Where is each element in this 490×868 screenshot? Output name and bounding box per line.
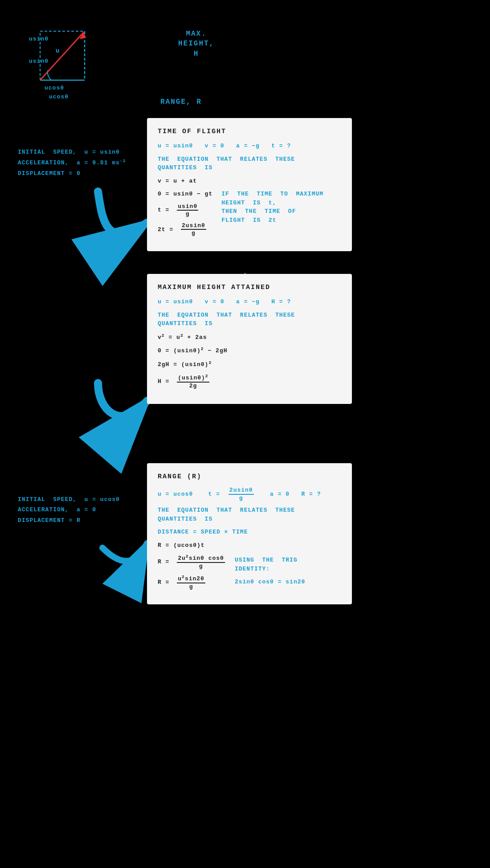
max-eq4-den: 2g [188, 383, 198, 390]
max-eq4-num: (usinθ)2 [177, 374, 209, 383]
max-eq3: 2gH = (usinθ)2 [158, 360, 341, 369]
tof-eq3: t = usinθ g [158, 203, 212, 218]
left-info-top: INITIAL SPEED, u = usinθ ACCELERATION, a… [18, 147, 126, 179]
range-title: RANGE (R) [158, 473, 341, 481]
left-info-bottom-line1: INITIAL SPEED, u = ucosθ [18, 494, 120, 505]
left-info-bottom-line2: ACCELERATION, a = 0 [18, 505, 120, 515]
range-trig-note: USING THE TRIGIDENTITY: [235, 556, 305, 573]
ucos-label: ucosθ [45, 85, 64, 91]
max-eq4: H = (usinθ)2 2g [158, 374, 341, 390]
usin-label: usinθ [29, 36, 49, 42]
max-eq1: v2 = u2 + 2as [158, 333, 341, 342]
svg-text:u: u [56, 47, 59, 54]
label-ucostheta: ucosθ [49, 94, 69, 100]
page-container: u usinθ ucosθ usinθ ucosθ MAX. HEIGHT, H… [0, 0, 490, 868]
left-info-line2: ACCELERATION, a = 9.81 ms-2 [18, 157, 126, 168]
range-trig-identity: 2sinθ cosθ = sin2θ [235, 578, 305, 587]
tof-eq1: v = u + at [158, 177, 341, 186]
left-info-line1: INITIAL SPEED, u = usinθ [18, 147, 126, 157]
range-eq3-den: g [198, 563, 204, 570]
range-eq3: R = 2u2sinθ cosθ g [158, 554, 226, 570]
range-t-den: g [238, 495, 244, 502]
max-height-title: MAXIMUM HEIGHT ATTAINED [158, 284, 341, 291]
left-info-bottom-line3: DISPLACEMENT = R [18, 515, 120, 526]
range-eq4-den: g [188, 583, 194, 591]
left-info-bottom: INITIAL SPEED, u = ucosθ ACCELERATION, a… [18, 494, 120, 526]
range-box: RANGE (R) u = ucosθ t = 2usinθ g a = 0 R… [147, 463, 352, 604]
tof-eq3-den: g [185, 211, 191, 218]
left-info-line3: DISPLACEMENT = 0 [18, 168, 126, 179]
range-line1: u = ucosθ t = 2usinθ g a = 0 R = ? [158, 487, 341, 501]
range-eq3-num: 2u2sinθ cosθ [177, 554, 225, 563]
range-eq4-num: u2sin2θ [177, 575, 205, 583]
range-t-num: 2usinθ [229, 487, 254, 495]
range-label-top: RANGE, R [160, 98, 202, 106]
tof-eq3-num: usinθ [177, 203, 198, 211]
max-height-label: MAX. HEIGHT, H [178, 29, 214, 59]
tof-eq4-num: 2usinθ [181, 222, 206, 230]
max-eq-label: THE EQUATION THAT RELATES THESEQUANTITIE… [158, 311, 341, 328]
max-height-box: MAXIMUM HEIGHT ATTAINED u = usinθ v = 0 … [147, 274, 352, 404]
label-usintheta: usinθ [29, 58, 49, 65]
tof-eq2: 0 = usinθ − gt [158, 190, 212, 199]
range-eq-label: THE EQUATION THAT RELATES THESEQUANTITIE… [158, 506, 341, 523]
tof-side-note: IF THE TIME TO MAXIMUMHEIGHT IS t,THEN T… [221, 190, 306, 224]
tof-eq4-den: g [191, 230, 196, 237]
range-eq4: R = u2sin2θ g [158, 575, 226, 591]
range-eq1: DISTANCE = SPEED × TIME [158, 528, 341, 537]
time-of-flight-box: TIME OF FLIGHT u = usinθ v = 0 a = −g t … [147, 118, 352, 251]
tof-line1: u = usinθ v = 0 a = −g t = ? [158, 142, 341, 151]
range-eq2: R = (ucosθ)t [158, 541, 341, 550]
tof-eq4: 2t = 2usinθ g [158, 222, 212, 237]
max-line1: u = usinθ v = 0 a = −g H = ? [158, 297, 341, 306]
time-of-flight-title: TIME OF FLIGHT [158, 128, 341, 135]
tof-eq-label: THE EQUATION THAT RELATES THESEQUANTITIE… [158, 155, 341, 172]
max-eq2: 0 = (usinθ)2 − 2gH [158, 346, 341, 355]
